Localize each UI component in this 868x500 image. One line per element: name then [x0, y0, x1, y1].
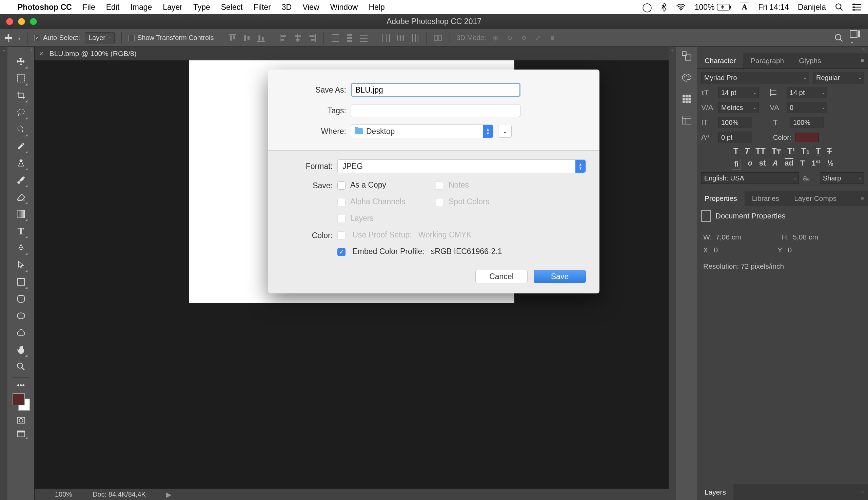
3d-orbit-icon[interactable]: ⊕ — [490, 33, 500, 43]
3d-pan-icon[interactable]: ✥ — [519, 33, 529, 43]
document-tab[interactable]: BLU.bmp @ 100% (RGB/8) — [49, 49, 137, 58]
menu-layer[interactable]: Layer — [163, 3, 182, 12]
color-panel-icon[interactable] — [682, 73, 692, 82]
tab-glyphs[interactable]: Glyphs — [791, 53, 828, 68]
menu-type[interactable]: Type — [193, 3, 210, 12]
eyedropper-tool[interactable] — [14, 138, 28, 155]
swash-button[interactable]: A — [772, 159, 778, 170]
quick-select-tool[interactable] — [14, 121, 28, 138]
input-source[interactable]: A — [740, 2, 750, 12]
right-collapse-strip[interactable]: « — [669, 47, 676, 500]
pen-tool[interactable] — [14, 239, 28, 257]
smallcaps-button[interactable]: Tᴛ — [772, 147, 782, 156]
panel-collapse-icon[interactable]: » — [697, 47, 868, 53]
align-right-icon[interactable] — [307, 33, 317, 43]
3d-camera-icon[interactable]: ■ — [547, 33, 557, 43]
menubar-clock[interactable]: Fri 14:14 — [758, 3, 789, 12]
path-select-tool[interactable] — [14, 257, 28, 273]
vscale-input[interactable]: 100% — [718, 117, 752, 128]
faux-bold-button[interactable]: T — [733, 147, 739, 156]
distribute-vcenter-icon[interactable] — [345, 33, 354, 43]
discretionary-button[interactable]: st — [759, 159, 766, 170]
3d-slide-icon[interactable]: ⤢ — [533, 33, 543, 43]
status-doc-size[interactable]: Doc: 84,4K/84,4K — [93, 490, 146, 498]
swatches-panel-icon[interactable] — [682, 94, 691, 103]
hscale-input[interactable]: 100% — [790, 117, 824, 128]
menu-select[interactable]: Select — [221, 3, 243, 12]
window-close-button[interactable] — [6, 18, 13, 25]
distribute-bottom-icon[interactable] — [359, 33, 369, 43]
align-hcenter-icon[interactable] — [293, 33, 302, 43]
show-transform-checkbox[interactable]: Show Transform Controls — [128, 34, 214, 42]
tab-properties[interactable]: Properties — [697, 191, 744, 206]
align-top-icon[interactable] — [228, 33, 238, 43]
bluetooth-icon[interactable] — [661, 3, 667, 12]
document-tab-close[interactable]: × — [39, 50, 43, 58]
font-family-select[interactable]: Myriad Pro⌄ — [701, 72, 809, 83]
search-icon[interactable] — [834, 33, 844, 43]
window-minimize-button[interactable] — [18, 18, 25, 25]
wifi-icon[interactable] — [676, 3, 686, 11]
workspace-switcher-icon[interactable]: ▾ — [850, 30, 860, 46]
tab-character[interactable]: Character — [697, 53, 743, 68]
panel-grip-icon[interactable]: ⫴ — [8, 47, 34, 53]
menubar-user[interactable]: Danijela — [798, 3, 826, 12]
tab-layers[interactable]: Layers — [697, 485, 733, 500]
menu-file[interactable]: File — [83, 3, 95, 12]
tracking-select[interactable]: 0⌄ — [787, 102, 827, 113]
foreground-color[interactable] — [13, 393, 25, 405]
panel-menu-icon[interactable]: ≡ — [857, 485, 868, 500]
font-size-select[interactable]: 14 pt⌄ — [718, 87, 759, 98]
ligatures-button[interactable]: fi — [732, 159, 741, 170]
lasso-tool[interactable] — [14, 104, 28, 121]
menu-filter[interactable]: Filter — [254, 3, 271, 12]
kerning-select[interactable]: Metrics⌄ — [718, 102, 759, 113]
contextual-alt-button[interactable]: o — [748, 159, 752, 170]
menu-edit[interactable]: Edit — [106, 3, 120, 12]
edit-toolbar[interactable]: ••• — [14, 379, 28, 391]
align-bottom-icon[interactable] — [256, 33, 266, 43]
quick-mask-toggle[interactable] — [14, 413, 28, 427]
allcaps-button[interactable]: TT — [755, 147, 765, 156]
antialias-select[interactable]: Sharp⌄ — [820, 172, 864, 184]
brushes-panel-icon[interactable] — [682, 115, 692, 125]
text-color-swatch[interactable] — [795, 133, 819, 142]
healing-brush-tool[interactable] — [14, 155, 28, 172]
distribute-top-icon[interactable] — [331, 33, 340, 43]
screen-mode-toggle[interactable] — [14, 427, 28, 441]
custom-shape-tool[interactable] — [14, 324, 28, 341]
canvas-document[interactable] — [189, 60, 514, 303]
status-arrow-icon[interactable]: ▶ — [166, 490, 171, 499]
left-collapse-strip[interactable]: » — [0, 47, 8, 500]
type-tool[interactable]: T — [14, 223, 28, 239]
eraser-tool[interactable] — [14, 189, 28, 206]
distribute-hcenter-icon[interactable] — [396, 33, 405, 43]
menu-image[interactable]: Image — [130, 3, 152, 12]
distribute-left-icon[interactable] — [381, 33, 391, 43]
stylistic-alt-button[interactable]: ad — [785, 159, 794, 170]
history-panel-icon[interactable] — [682, 51, 692, 61]
menu-view[interactable]: View — [302, 3, 319, 12]
auto-align-icon[interactable] — [433, 33, 443, 43]
spotlight-icon[interactable] — [835, 3, 844, 12]
battery-status[interactable]: 100% — [695, 3, 731, 12]
strikethrough-button[interactable]: T — [826, 147, 832, 156]
superscript-button[interactable]: T¹ — [787, 147, 795, 156]
status-zoom[interactable]: 100% — [55, 490, 72, 498]
tab-libraries[interactable]: Libraries — [744, 191, 787, 206]
zoom-tool[interactable] — [14, 358, 28, 375]
color-swatches[interactable] — [13, 393, 30, 413]
auto-select-checkbox[interactable]: ✓ Auto-Select: — [34, 34, 80, 42]
gradient-tool[interactable] — [14, 206, 28, 223]
marquee-tool[interactable] — [14, 70, 28, 87]
ordinals-button[interactable]: 1ˢᵗ — [811, 159, 820, 170]
menu-3d[interactable]: 3D — [282, 3, 292, 12]
3d-roll-icon[interactable]: ↻ — [505, 33, 514, 43]
align-vcenter-icon[interactable] — [242, 33, 252, 43]
window-zoom-button[interactable] — [30, 18, 37, 25]
notification-center-icon[interactable] — [853, 3, 861, 11]
creative-cloud-icon[interactable]: ◯ — [642, 2, 652, 13]
titling-button[interactable]: T — [800, 159, 805, 170]
subscript-button[interactable]: T₁ — [801, 147, 810, 156]
move-tool-icon[interactable] — [4, 33, 14, 43]
